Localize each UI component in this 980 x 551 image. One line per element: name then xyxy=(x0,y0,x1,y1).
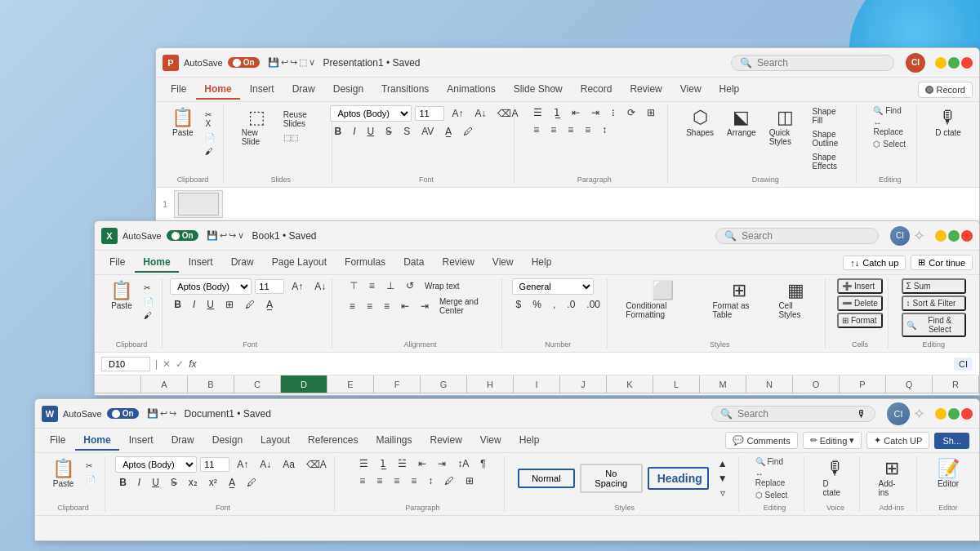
excel-col-A[interactable]: A xyxy=(141,375,188,393)
word-style-no-spacing[interactable]: No Spacing xyxy=(580,464,643,493)
word-close-btn[interactable] xyxy=(961,408,973,420)
ppt-replace-btn[interactable]: ↔ Replace xyxy=(870,118,910,137)
excel-col-K[interactable]: K xyxy=(607,375,653,393)
excel-format-painter-button[interactable]: 🖌 xyxy=(140,309,157,322)
excel-tab-data[interactable]: Data xyxy=(395,253,432,273)
excel-autosave-toggle[interactable]: On xyxy=(167,230,198,241)
word-change-case-btn[interactable]: Aa xyxy=(278,457,299,472)
word-inc-indent-btn[interactable]: ⇥ xyxy=(434,456,450,471)
ppt-clear-format-btn[interactable]: ⌫A xyxy=(493,106,522,121)
word-styles-scroll-up-btn[interactable]: ▲ xyxy=(714,456,732,471)
excel-inc-indent-btn[interactable]: ⇥ xyxy=(416,299,433,313)
ppt-find-btn[interactable]: 🔍 Find xyxy=(870,105,910,116)
excel-col-M[interactable]: M xyxy=(700,375,746,393)
excel-font-color-btn[interactable]: A̲ xyxy=(262,297,277,312)
excel-search-input[interactable] xyxy=(742,230,856,242)
ppt-close-btn[interactable] xyxy=(961,57,973,69)
ppt-cut-button[interactable]: ✂ X xyxy=(202,109,218,130)
excel-tab-pagelayout[interactable]: Page Layout xyxy=(264,253,335,273)
ppt-tab-record[interactable]: Record xyxy=(572,80,621,100)
excel-font-family-select[interactable]: Aptos (Body) xyxy=(170,278,252,295)
word-styles-scroll-down-btn[interactable]: ▼ xyxy=(714,471,732,486)
ppt-bold-btn[interactable]: B xyxy=(330,124,345,139)
ppt-search-box[interactable]: 🔍 xyxy=(731,55,894,71)
excel-col-I[interactable]: I xyxy=(514,375,560,393)
ppt-record-button[interactable]: Record xyxy=(918,82,973,98)
word-line-spacing-btn[interactable]: ↕ xyxy=(424,473,437,488)
word-align-center-btn[interactable]: ≡ xyxy=(372,473,386,488)
ppt-align-right-btn[interactable]: ≡ xyxy=(564,122,577,137)
word-share-btn[interactable]: Sh... xyxy=(934,433,969,449)
ppt-tab-help[interactable]: Help xyxy=(711,80,748,100)
excel-sort-filter-btn[interactable]: ↕ Sort & Filter xyxy=(902,295,966,311)
word-underline-btn[interactable]: U xyxy=(148,475,163,490)
excel-search-box[interactable]: 🔍 xyxy=(715,228,879,244)
excel-top-align-btn[interactable]: ⊤ xyxy=(345,278,362,293)
excel-comma-btn[interactable]: , xyxy=(549,297,559,312)
excel-col-Q[interactable]: Q xyxy=(886,375,933,393)
ppt-tab-transitions[interactable]: Transitions xyxy=(373,80,437,100)
excel-tab-help[interactable]: Help xyxy=(523,253,560,273)
word-tab-view[interactable]: View xyxy=(472,431,510,451)
excel-tab-home[interactable]: Home xyxy=(135,253,178,273)
word-tab-file[interactable]: File xyxy=(42,431,74,451)
word-mic-icon[interactable]: 🎙 xyxy=(857,408,866,420)
excel-currency-btn[interactable]: $ xyxy=(512,297,526,312)
excel-align-center-btn[interactable]: ≡ xyxy=(363,299,376,313)
ppt-shape-outline-btn[interactable]: Shape Outline xyxy=(809,128,850,149)
excel-cut-button[interactable]: ✂ xyxy=(140,282,157,294)
excel-bold-btn[interactable]: B xyxy=(170,297,185,312)
ppt-tab-file[interactable]: File xyxy=(163,80,194,100)
word-show-marks-btn[interactable]: ¶ xyxy=(476,456,489,471)
word-search-box[interactable]: 🔍 🎙 xyxy=(711,406,875,422)
excel-col-R[interactable]: R xyxy=(933,375,979,393)
word-font-size-input[interactable] xyxy=(200,457,229,472)
word-bold-btn[interactable]: B xyxy=(115,475,131,490)
ppt-line-spacing-btn[interactable]: ↕ xyxy=(598,122,611,137)
word-tab-review[interactable]: Review xyxy=(422,431,470,451)
ppt-tab-draw[interactable]: Draw xyxy=(284,80,323,100)
excel-format-btn[interactable]: ⊞ Format xyxy=(837,313,883,328)
ppt-tab-animations[interactable]: Animations xyxy=(439,80,503,100)
ppt-search-input[interactable] xyxy=(757,57,871,69)
excel-col-P[interactable]: P xyxy=(840,375,886,393)
word-replace-btn[interactable]: ↔ Replace xyxy=(752,469,798,488)
excel-rotate-btn[interactable]: ↺ xyxy=(402,278,418,293)
ppt-bullets-btn[interactable]: ☰ xyxy=(529,105,546,120)
ppt-font-color-btn[interactable]: A̲ xyxy=(441,124,456,139)
word-justify-btn[interactable]: ≡ xyxy=(407,473,421,488)
word-comments-btn[interactable]: 💬 Comments xyxy=(725,432,797,449)
ppt-tab-view[interactable]: View xyxy=(672,80,710,100)
excel-dec-indent-btn[interactable]: ⇤ xyxy=(397,299,413,313)
ppt-quick-styles-button[interactable]: ◫ Quick Styles xyxy=(764,105,806,172)
excel-align-right-btn[interactable]: ≡ xyxy=(380,299,394,313)
word-dictate-button[interactable]: 🎙 D ctate xyxy=(817,456,853,500)
ppt-autosave-toggle[interactable]: On xyxy=(228,57,260,68)
word-tab-insert[interactable]: Insert xyxy=(121,431,162,451)
word-shading-btn[interactable]: 🖊 xyxy=(440,473,458,488)
excel-col-E[interactable]: E xyxy=(327,375,374,393)
excel-col-H[interactable]: H xyxy=(467,375,514,393)
word-tab-help[interactable]: Help xyxy=(511,431,548,451)
word-addins-button[interactable]: ⊞ Add-ins xyxy=(873,456,910,500)
ppt-direction-btn[interactable]: ⟳ xyxy=(623,105,639,120)
ppt-shape-fill-btn[interactable]: Shape Fill xyxy=(809,105,850,127)
word-tab-draw[interactable]: Draw xyxy=(163,431,203,451)
word-strikethrough-btn[interactable]: S̶ xyxy=(167,475,181,490)
word-autosave-toggle[interactable]: On xyxy=(107,408,139,419)
ppt-font-family-select[interactable]: Aptos (Body) xyxy=(330,105,412,122)
excel-cell-styles-btn[interactable]: ▦ Cell Styles xyxy=(773,278,818,322)
word-align-right-btn[interactable]: ≡ xyxy=(390,473,403,488)
excel-tab-draw[interactable]: Draw xyxy=(223,253,262,273)
ppt-slide-thumbnail[interactable] xyxy=(174,190,223,218)
ppt-shadow-btn[interactable]: S xyxy=(399,124,414,139)
ppt-tab-design[interactable]: Design xyxy=(325,80,372,100)
word-copilot-icon[interactable]: ✧ xyxy=(913,405,925,423)
word-tab-home[interactable]: Home xyxy=(75,431,118,451)
excel-cell-reference[interactable]: D10 xyxy=(101,357,150,371)
excel-number-format-select[interactable]: General xyxy=(512,278,594,295)
word-editing-btn[interactable]: ✏ Editing ▾ xyxy=(803,432,862,449)
excel-col-C[interactable]: C xyxy=(234,375,281,393)
ppt-reuse-slides-button[interactable]: Reuse Slides xyxy=(280,109,325,130)
ppt-minimize-btn[interactable] xyxy=(935,57,947,69)
